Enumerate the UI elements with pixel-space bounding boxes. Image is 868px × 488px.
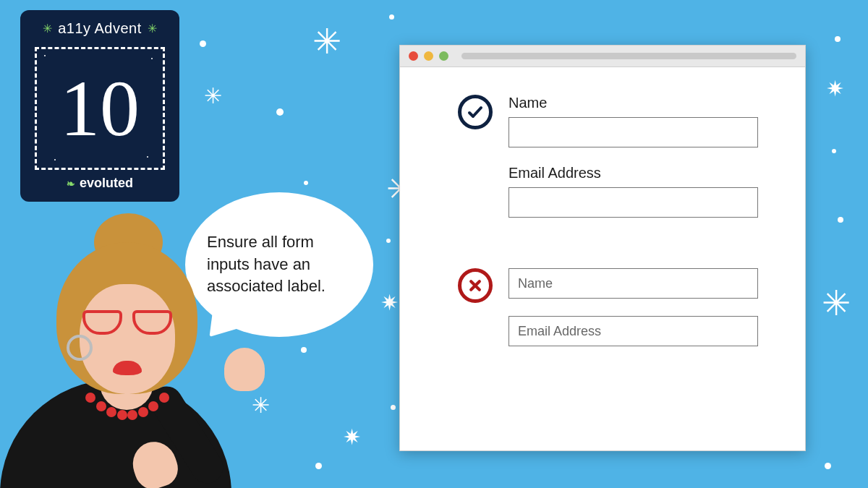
- sparkle-icon: ✳: [148, 22, 158, 35]
- traffic-light-zoom-icon[interactable]: [439, 51, 448, 61]
- form-field-name: Name: [509, 95, 767, 147]
- form-field-name-bad: [509, 268, 767, 299]
- field-label: Email Address: [509, 165, 767, 181]
- sparkle-icon: ✳: [43, 22, 53, 35]
- form-field-email: Email Address: [509, 165, 767, 218]
- traffic-light-close-icon[interactable]: [409, 51, 418, 61]
- good-example: Name Email Address: [451, 95, 767, 218]
- check-circle-icon: [458, 95, 493, 129]
- email-input-unlabeled[interactable]: [509, 316, 758, 346]
- leaf-icon: ❧: [67, 178, 75, 189]
- form-field-email-bad: [509, 316, 767, 346]
- advent-card: ✳ a11y Advent ✳ 10 ❧ evoluted: [20, 10, 179, 202]
- url-bar[interactable]: [461, 53, 796, 59]
- email-input[interactable]: [509, 187, 758, 218]
- browser-window: Name Email Address: [399, 45, 806, 451]
- advent-card-title: ✳ a11y Advent ✳: [43, 20, 158, 37]
- x-circle-icon: [458, 268, 493, 303]
- advent-day-frame: 10: [35, 47, 165, 170]
- brand-logo: ❧ evoluted: [67, 176, 133, 191]
- advent-card-title-text: a11y Advent: [58, 20, 142, 37]
- traffic-light-minimize-icon[interactable]: [424, 51, 433, 61]
- window-titlebar: [400, 46, 805, 67]
- person-illustration: [0, 221, 289, 488]
- advent-day-number: 10: [60, 63, 140, 155]
- bad-example: [451, 268, 767, 346]
- brand-name: evoluted: [80, 176, 133, 191]
- field-label: Name: [509, 95, 767, 111]
- name-input[interactable]: [509, 117, 758, 147]
- window-content: Name Email Address: [400, 67, 805, 450]
- name-input-unlabeled[interactable]: [509, 268, 758, 299]
